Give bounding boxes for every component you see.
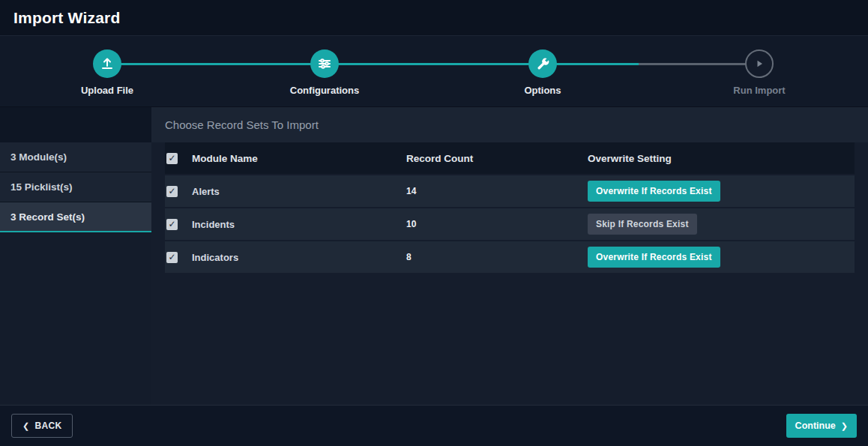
sidebar-spacer (0, 107, 151, 142)
row-checkbox[interactable] (166, 252, 178, 263)
table-header-row: Module Name Record Count Overwrite Setti… (165, 142, 855, 174)
back-button[interactable]: ❮ BACK (11, 414, 73, 438)
record-count: 8 (406, 252, 588, 262)
sliders-icon (310, 49, 339, 78)
step-label: Upload File (81, 85, 133, 96)
overwrite-setting-button[interactable]: Skip If Records Exist (588, 214, 697, 235)
sidebar-item-label: 3 Record Set(s) (10, 211, 85, 223)
wizard-stepper: Upload File Configurations Options (0, 36, 868, 107)
sidebar-item-label: 15 Picklist(s) (10, 181, 73, 193)
module-name: Incidents (192, 219, 406, 230)
wizard-footer: ❮ BACK Continue ❯ (0, 405, 868, 446)
play-icon (745, 49, 774, 78)
overwrite-setting-button[interactable]: Overwrite If Records Exist (588, 247, 720, 268)
sidebar: 3 Module(s) 15 Picklist(s) 3 Record Set(… (0, 107, 151, 405)
select-all-checkbox[interactable] (166, 153, 178, 164)
sidebar-item-picklists[interactable]: 15 Picklist(s) (0, 172, 151, 202)
continue-button[interactable]: Continue ❯ (786, 414, 857, 438)
step-options[interactable]: Options (483, 49, 603, 96)
sidebar-item-label: 3 Module(s) (10, 151, 67, 163)
step-label: Options (524, 85, 561, 96)
module-name: Indicators (192, 252, 406, 263)
row-checkbox[interactable] (166, 186, 178, 197)
column-header-record-count: Record Count (406, 153, 588, 164)
chevron-right-icon: ❯ (841, 421, 848, 431)
chevron-left-icon: ❮ (22, 421, 30, 431)
step-upload-file[interactable]: Upload File (47, 49, 167, 96)
record-count: 14 (406, 186, 588, 196)
column-header-overwrite-setting: Overwrite Setting (588, 153, 855, 164)
stepper-progress-line (112, 63, 754, 65)
sidebar-item-modules[interactable]: 3 Module(s) (0, 142, 151, 172)
top-bar: Import Wizard (0, 0, 868, 36)
table-row: Alerts 14 Overwrite If Records Exist (165, 175, 855, 207)
step-label: Run Import (733, 85, 785, 96)
upload-icon (93, 49, 121, 78)
import-wizard-window: Import Wizard Upload File Configurati (0, 0, 868, 446)
overwrite-setting-button[interactable]: Overwrite If Records Exist (588, 181, 720, 202)
column-header-module-name: Module Name (192, 153, 406, 164)
page-title: Import Wizard (13, 9, 120, 27)
sidebar-item-record-sets[interactable]: 3 Record Set(s) (0, 202, 151, 232)
module-name: Alerts (192, 186, 406, 197)
record-count: 10 (406, 219, 588, 229)
section-title: Choose Record Sets To Import (151, 107, 868, 142)
continue-button-label: Continue (795, 421, 836, 431)
table-row: Indicators 8 Overwrite If Records Exist (165, 241, 855, 273)
step-run-import: Run Import (699, 49, 819, 96)
row-checkbox[interactable] (166, 219, 178, 230)
wrench-icon (528, 49, 557, 78)
step-configurations[interactable]: Configurations (265, 49, 385, 96)
step-label: Configurations (290, 85, 359, 96)
back-button-label: BACK (35, 421, 62, 431)
table-row: Incidents 10 Skip If Records Exist (165, 208, 855, 240)
main-panel: Choose Record Sets To Import Module Name… (151, 107, 868, 405)
record-sets-table: Module Name Record Count Overwrite Setti… (151, 142, 868, 273)
